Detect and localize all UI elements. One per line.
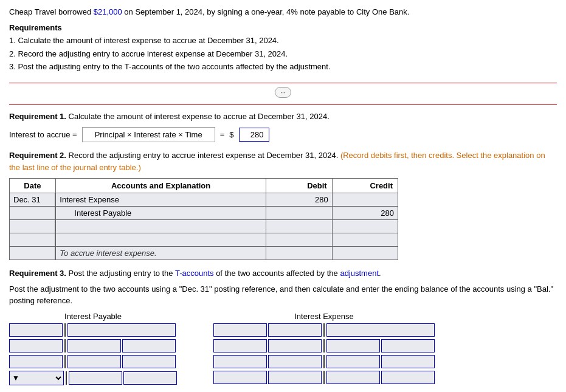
account-cell [55,233,266,247]
t-account1-title: Interest Payable [9,312,177,321]
formula-box: Principal × Interest rate × Time [82,127,215,142]
t-account-interest-expense: Interest Expense [213,312,435,387]
req2-desc: Record the adjusting entry to accrue int… [69,151,339,160]
req1-label: Requirement 1. [9,112,66,121]
interest-to-accrue-label: Interest to accrue = [9,130,77,139]
t-account-interest-payable: Interest Payable [9,312,177,387]
requirement1-section: Requirement 1. Calculate the amount of i… [9,111,557,143]
table-row: Dec. 31 Interest Expense 280 [10,193,398,207]
debit-cell [266,233,332,247]
t-acc2-right2[interactable] [268,355,322,368]
t-account2-header-row [213,323,435,337]
accounts-header: Accounts and Explanation [55,179,266,193]
date-cell [10,220,56,233]
requirements-section: Requirements 1. Calculate the amount of … [9,22,557,73]
t-acc2-far1[interactable] [381,339,435,352]
t-acc2-mid1[interactable] [326,339,380,352]
req3-title: Requirement 3. Post the adjusting entry … [9,267,557,280]
t-acc2-far3[interactable] [381,371,435,384]
debit-cell [266,247,332,260]
t-acc1-right2[interactable] [122,355,176,368]
credit-cell [332,233,398,247]
req3-post-text: Post the adjustment to the two accounts … [9,283,557,307]
t-acc2-left2[interactable] [213,355,267,368]
t-acc2-far2[interactable] [381,355,435,368]
account-cell [55,220,266,233]
debit-cell [266,220,332,233]
dots-button[interactable]: ··· [275,87,291,98]
credit-cell: 280 [332,207,398,220]
t-acc2-left3[interactable] [213,371,267,384]
requirement2-section: Requirement 2. Record the adjusting entr… [9,150,557,260]
t-acc2-right-header[interactable] [268,323,322,337]
requirements-title: Requirements [9,22,557,34]
t-acc2-right1[interactable] [268,339,322,352]
table-row: Interest Payable 280 [10,207,398,220]
credit-header: Credit [332,179,398,193]
t-acc1-right1[interactable] [122,339,176,352]
interest-formula-row: Interest to accrue = Principal × Interes… [9,127,557,142]
t-acc1-left2[interactable] [9,355,63,368]
t-acc1-mid1[interactable] [67,339,121,352]
amount-value[interactable]: 280 [239,128,269,142]
req3-desc: Post the adjusting entry to the T-accoun… [69,269,381,278]
t-acc1-right-header[interactable] [67,323,176,337]
credit-cell [332,220,398,233]
t-accounts-container: Interest Payable [9,312,557,387]
date-cell [10,233,56,247]
req1-title: Requirement 1. Calculate the amount of i… [9,111,557,123]
t-account-row3: ▼ [9,371,177,385]
intro-text: Cheap Travel borrowed $21,000 on Septemb… [9,7,409,16]
amount-highlight: $21,000 [94,7,122,16]
t-account2-row3 [213,371,435,384]
table-row: To accrue interest expense. [10,247,398,260]
t-acc1-mid2[interactable] [67,355,121,368]
intro-paragraph: Cheap Travel borrowed $21,000 on Septemb… [9,6,557,18]
t-acc1-mid3[interactable] [69,371,122,385]
t-account2-title: Interest Expense [213,312,435,321]
debit-header: Debit [266,179,332,193]
t-acc1-right3[interactable] [123,371,177,385]
t-acc2-far-header[interactable] [326,323,435,337]
debit-cell: 280 [266,193,332,207]
date-cell [10,247,56,260]
req3-label: Requirement 3. [9,269,66,278]
credit-cell [332,193,398,207]
req2-title: Requirement 2. Record the adjusting entr… [9,150,557,173]
date-header: Date [10,179,56,193]
date-cell [10,207,56,220]
date-cell: Dec. 31 [10,193,56,207]
account-cell: Interest Payable [55,207,266,220]
requirement3-section: Requirement 3. Post the adjusting entry … [9,267,557,387]
table-row [10,233,398,247]
table-row [10,220,398,233]
t-account-header-row [9,323,177,337]
dollar-sign: $ [229,130,233,139]
t-acc1-left-header[interactable] [9,323,63,337]
req3-item: 3. Post the adjusting entry to the T-acc… [9,61,557,73]
t-account2-row2 [213,355,435,368]
formula-text: Principal × Interest rate × Time [95,130,202,139]
t-account-row1 [9,339,177,352]
req1-item: 1. Calculate the amount of interest expe… [9,35,557,47]
t-acc1-select[interactable]: ▼ [9,371,64,385]
req2-label: Requirement 2. [9,151,66,160]
equals-sign: = [220,130,225,139]
t-acc1-left1[interactable] [9,339,63,352]
t-acc2-mid2[interactable] [326,355,380,368]
t-acc2-left1[interactable] [213,339,267,352]
credit-cell [332,247,398,260]
journal-table: Date Accounts and Explanation Debit Cred… [9,178,398,260]
t-account-row2 [9,355,177,368]
bottom-divider [9,104,557,105]
account-cell: Interest Expense [55,193,266,207]
t-acc2-mid3[interactable] [326,371,380,384]
req1-desc: Calculate the amount of interest expense… [69,112,330,121]
t-acc2-right3[interactable] [268,371,322,384]
t-acc2-left-header[interactable] [213,323,267,337]
req2-item: 2. Record the adjusting entry to accrue … [9,48,557,60]
t-account2-row1 [213,339,435,352]
explanation-cell: To accrue interest expense. [55,247,266,260]
debit-cell [266,207,332,220]
